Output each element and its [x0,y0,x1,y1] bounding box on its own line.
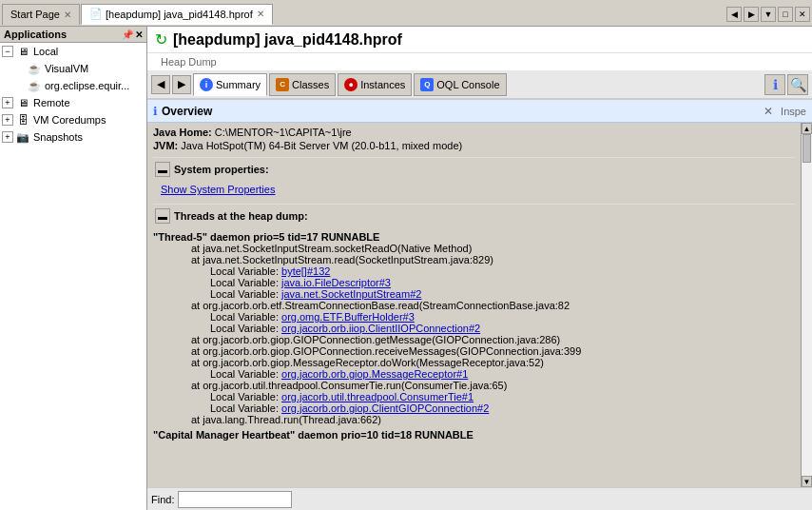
thread-1-line-11: at org.jacorb.orb.giop.MessageReceptor.d… [191,357,795,368]
coredumps-expand-icon[interactable]: + [2,114,13,126]
sidebar: Applications 📌 ✕ − 🖥 Local ☕ VisualVM [0,27,147,510]
sidebar-visualvm-label: VisualVM [45,63,88,74]
sidebar-item-local[interactable]: − 🖥 Local [0,43,146,60]
link-byte-array[interactable]: byte[]#132 [281,265,330,277]
scroll-thumb[interactable] [802,134,811,163]
overview-close-btn[interactable]: ✕ [764,105,773,118]
inspe-label: Inspe [781,106,806,117]
link-messagereceptor[interactable]: org.jacorb.orb.giop.MessageReceptor#1 [281,368,468,380]
find-input[interactable] [178,491,292,508]
refresh-icon[interactable]: ↻ [155,30,167,49]
jvm-value: Java HotSpot(TM) 64-Bit Server VM (20.0-… [181,140,462,151]
snapshots-icon: 📷 [15,129,30,145]
scroll-down-arrow[interactable]: ▼ [802,476,812,487]
sidebar-title: Applications 📌 ✕ [0,27,146,43]
nav-summary-btn[interactable]: i Summary [193,73,267,96]
tab-heapdump[interactable]: 📄 [heapdump] java_pid4148.hprof ✕ [81,4,273,25]
tab-nav-restore[interactable]: □ [778,7,793,22]
java-home-value: C:\MENTOR~1\CAPITA~1\jre [215,127,352,138]
threads-expand-icon[interactable]: ▬ [155,208,170,224]
sidebar-item-snapshots[interactable]: + 📷 Snapshots [0,128,146,146]
sidebar-pin-icon[interactable]: 📌 [122,29,133,40]
app-window: Start Page ✕ 📄 [heapdump] java_pid4148.h… [0,0,812,510]
heap-title: [heapdump] java_pid4148.hprof [173,31,402,49]
visualvm-icon: ☕ [27,61,42,76]
snapshots-expand-icon[interactable]: + [2,131,13,143]
threads-label: Threads at the heap dump: [174,210,308,222]
local-expand-icon[interactable]: − [2,46,13,57]
thread-1-line-8: Local Variable: org.jacorb.orb.iiop.Clie… [210,323,795,334]
sidebar-eclipse-label: org.eclipse.equir... [45,80,129,91]
overview-info-icon: ℹ [153,105,158,118]
jvm-label: JVM: [153,140,178,151]
thread-1-line-4: Local Variable: java.io.FileDescriptor#3 [210,277,795,288]
nav-classes-label: Classes [292,79,329,90]
nav-instances-label: Instances [360,79,405,90]
thread-1-line-15: Local Variable: org.jacorb.orb.giop.Clie… [210,402,795,414]
thread-1-line-1: at java.net.SocketInputStream.socketRead… [191,243,795,254]
thread-1-line-7: Local Variable: org.omg.ETF.BufferHolder… [210,311,795,323]
info-btn[interactable]: ℹ [764,74,785,95]
threads-header[interactable]: ▬ Threads at the heap dump: [153,204,795,227]
nav-oql-btn[interactable]: Q OQL Console [414,73,506,96]
instances-icon: ● [344,78,358,91]
link-socketinputstream[interactable]: java.net.SocketInputStream#2 [281,288,421,300]
overview-content: Java Home: C:\MENTOR~1\CAPITA~1\jre JVM:… [147,123,801,487]
sidebar-item-visualvm[interactable]: ☕ VisualVM [0,60,146,77]
thread-1-line-9: at org.jacorb.orb.giop.GIOPConnection.ge… [191,334,795,345]
sidebar-close-icon[interactable]: ✕ [135,29,143,40]
remote-expand-icon[interactable]: + [2,97,13,108]
thread-1-block: "Thread-5" daemon prio=5 tid=17 RUNNABLE… [153,231,795,425]
tab-nav-close[interactable]: ✕ [795,7,810,22]
tab-start-page[interactable]: Start Page ✕ [2,4,80,25]
main-panel: ↻ [heapdump] java_pid4148.hprof Heap Dum… [147,27,812,510]
thread-1-line-16: at java.lang.Thread.run(Thread.java:662) [191,414,795,425]
link-filedescriptor[interactable]: java.io.FileDescriptor#3 [281,277,391,288]
nav-oql-label: OQL Console [436,79,499,90]
tab-nav-menu[interactable]: ▼ [761,7,776,22]
nav-classes-btn[interactable]: C Classes [269,73,336,96]
heap-header-area: ↻ [heapdump] java_pid4148.hprof Heap Dum… [147,27,812,100]
sidebar-title-label: Applications [4,29,67,40]
link-bufferholder[interactable]: org.omg.ETF.BufferHolder#3 [281,311,415,323]
link-clientgiopc[interactable]: org.jacorb.orb.giop.ClientGIOPConnection… [281,402,489,414]
tab-heapdump-label: [heapdump] java_pid4148.hprof [106,9,253,20]
system-props-label: System properties: [174,164,269,175]
scroll-up-arrow[interactable]: ▲ [802,123,812,134]
coredumps-icon: 🗄 [15,112,30,128]
sidebar-item-remote[interactable]: + 🖥 Remote [0,94,146,111]
sidebar-item-eclipse[interactable]: ☕ org.eclipse.equir... [0,77,146,94]
tab-heapdump-close[interactable]: ✕ [257,9,264,19]
sidebar-snapshots-label: Snapshots [33,131,83,143]
show-system-props-row: Show System Properties [153,181,795,198]
nav-instances-btn[interactable]: ● Instances [338,73,412,96]
overview-header: ℹ Overview ✕ Inspe [147,100,812,123]
nav-right-icons: ℹ 🔍 [764,74,808,95]
tab-bar: Start Page ✕ 📄 [heapdump] java_pid4148.h… [0,0,812,27]
content-area: Applications 📌 ✕ − 🖥 Local ☕ VisualVM [0,27,812,510]
summary-icon: i [200,78,213,91]
vertical-scrollbar[interactable]: ▲ ▼ [801,123,812,487]
search-btn[interactable]: 🔍 [787,74,808,95]
thread-1-line-5: Local Variable: java.net.SocketInputStre… [210,288,795,300]
sidebar-title-icons: 📌 ✕ [122,29,143,40]
classes-icon: C [276,78,289,91]
tab-nav-prev[interactable]: ◀ [726,7,742,22]
nav-back-btn[interactable]: ◀ [151,75,170,94]
sys-props-expand-icon[interactable]: ▬ [155,162,170,177]
sidebar-remote-label: Remote [33,97,70,108]
sidebar-item-coredumps[interactable]: + 🗄 VM Coredumps [0,111,146,128]
scroll-track [802,134,812,476]
link-clientiiop[interactable]: org.jacorb.orb.iiop.ClientIIOPConnection… [281,323,480,334]
thread-2-title: "Capital Manager Heartbeat" daemon prio=… [153,429,795,441]
system-props-header[interactable]: ▬ System properties: [153,157,795,181]
tab-start-page-label: Start Page [10,9,60,20]
nav-forward-btn[interactable]: ▶ [172,75,191,94]
show-system-props-link[interactable]: Show System Properties [161,184,275,195]
tab-nav-next[interactable]: ▶ [744,7,759,22]
java-home-line: Java Home: C:\MENTOR~1\CAPITA~1\jre [153,127,795,138]
tab-start-page-close[interactable]: ✕ [64,10,71,20]
sidebar-local-label: Local [33,46,58,57]
link-consumertie[interactable]: org.jacorb.util.threadpool.ConsumerTie#1 [281,391,474,402]
thread-1-line-3: Local Variable: byte[]#132 [210,265,795,277]
